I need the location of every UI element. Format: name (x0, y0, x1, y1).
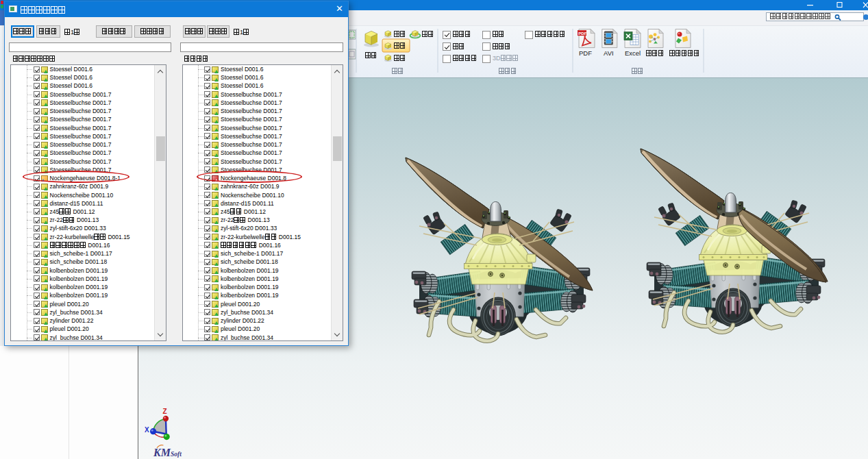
svg-text:KM: KM (153, 447, 171, 458)
svg-text:X: X (145, 426, 149, 434)
svg-text:PDF: PDF (578, 32, 586, 36)
svg-text:Z: Z (163, 408, 167, 415)
svg-text:Soft: Soft (171, 451, 182, 458)
